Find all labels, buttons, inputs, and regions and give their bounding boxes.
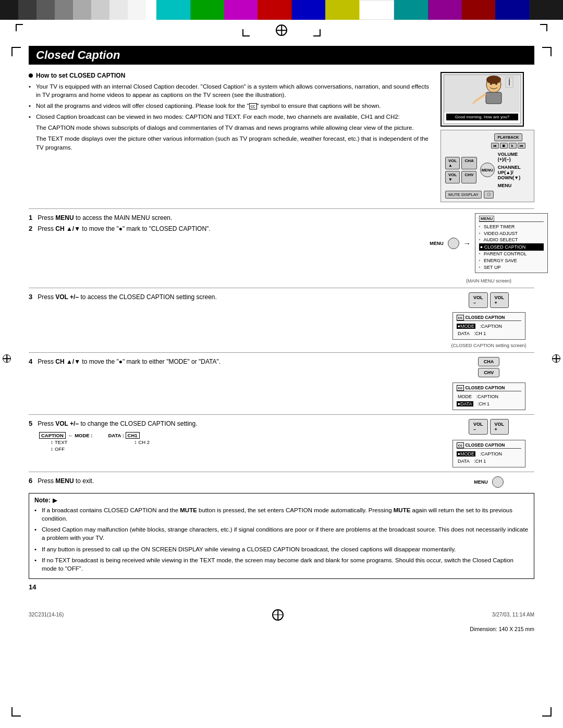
- mode-column: CAPTION ← MODE : ↕TEXT ↕OFF: [39, 433, 92, 452]
- step4-diagram: CHA CHV ccCLOSED CAPTION MODE :CAPTION ●…: [443, 357, 534, 410]
- intro-section: How to set CLOSED CAPTION Your TV is equ…: [29, 72, 534, 202]
- intro-bullet-3: Closed Caption broadcast can be viewed i…: [29, 113, 430, 121]
- step3-line: 3 Press VOL +/– to access the CLOSED CAP…: [29, 292, 434, 302]
- cc-setting-screen: ccCLOSED CAPTION ●MODE :CAPTION DATA :CH…: [452, 312, 525, 340]
- tv-illustration: Good morning. How are you? PLAYBACK ⏮ ⏹ …: [440, 72, 534, 202]
- divider-5: [29, 472, 534, 472]
- cc-data-row2: ●DATA :CH 1: [457, 400, 521, 408]
- color-block-magenta: [224, 0, 258, 20]
- color-block-2: [18, 0, 36, 20]
- step1-line: 1 Press MENU to access the MAIN MENU scr…: [29, 213, 434, 223]
- tv-screen-inner: Good morning. How are you?: [444, 75, 521, 124]
- note-section: Note: ▶ If a broadcast contains CLOSED C…: [29, 493, 534, 579]
- color-block-black2: [529, 0, 563, 20]
- cc-screen3-title: ccCLOSED CAPTION: [457, 442, 521, 449]
- divider-3: [29, 352, 534, 353]
- dimension-text: Dimension: 140 X 215 mm: [0, 626, 563, 637]
- main-menu-screen-label: (MAIN MENU screen): [466, 278, 511, 283]
- intro-para2: The TEXT mode displays over the picture …: [29, 134, 430, 151]
- note-item-2: Closed Caption may malfunction (white bl…: [34, 525, 529, 542]
- bottom-crosshair: [272, 609, 284, 621]
- step4-number: 4: [29, 357, 32, 365]
- cc-data-row3: DATA :CH 1: [457, 458, 521, 465]
- step-5: 5 Press VOL +/– to change the CLOSED CAP…: [29, 419, 534, 467]
- menu-item-cc-selected: ● CLOSED CAPTION: [479, 243, 544, 251]
- divider-2: [29, 288, 534, 288]
- step2-line: 2 Press CH ▲/▼ to move the "●" mark to "…: [29, 224, 434, 233]
- cc-screen3: ccCLOSED CAPTION ●MODE :CAPTION DATA :CH…: [452, 440, 525, 467]
- step3-text: 3 Press VOL +/– to access the CLOSED CAP…: [29, 292, 434, 303]
- data-label: DATA : CH1: [108, 433, 150, 438]
- step4-text: 4 Press CH ▲/▼ to move the "●" mark to e…: [29, 357, 434, 368]
- center-crosshair: [276, 24, 287, 36]
- color-block-cyan: [156, 0, 190, 20]
- step6-line: 6 Press MENU to exit.: [29, 476, 434, 486]
- tv-caption-text: Good morning. How are you?: [446, 114, 518, 120]
- note-item-1: If a broadcast contains CLOSED CAPTION a…: [34, 506, 529, 523]
- color-block-darkred: [461, 0, 495, 20]
- color-block-7: [109, 0, 128, 20]
- cc-data-row: DATA :CH 1: [457, 330, 521, 337]
- step5-mode-data-diagram: CAPTION ← MODE : ↕TEXT ↕OFF DATA : CH1 ↕…: [39, 433, 434, 452]
- step-3: 3 Press VOL +/– to access the CLOSED CAP…: [29, 292, 534, 348]
- corner-mark-bl: [11, 707, 21, 717]
- svg-rect-0: [444, 75, 520, 113]
- intro-bullet-2: Not all the programs and videos will off…: [29, 102, 430, 110]
- top-color-bar: [0, 0, 563, 20]
- cc-screen-title: ccCLOSED CAPTION: [457, 315, 521, 321]
- color-block-4: [55, 0, 73, 20]
- step-6: 6 Press MENU to exit. MENU: [29, 476, 534, 488]
- step2-number: 2: [29, 225, 32, 232]
- mode-label: CAPTION ← MODE :: [39, 433, 92, 438]
- dimension-label: Dimension: 140 X 215 mm: [470, 626, 534, 632]
- menu-item-audio: ▪ AUDIO SELECT: [479, 237, 544, 243]
- step6-diagram: MENU: [443, 476, 534, 488]
- corner-mark-tl: [11, 47, 21, 56]
- page-title-box: Closed Caption: [29, 46, 534, 65]
- menu-item-energy: ▪ ENERGY SAVE: [479, 257, 544, 264]
- doc-code: 32C231(14-16): [29, 612, 64, 618]
- main-content: Closed Caption How to set CLOSED CAPTION…: [0, 41, 563, 601]
- corner-mark-tr: [542, 47, 552, 56]
- page-number: 14: [29, 583, 534, 591]
- step3-number: 3: [29, 293, 32, 301]
- svg-point-6: [490, 83, 492, 85]
- data-ch2: CH 2: [138, 439, 150, 445]
- step3-diagram: VOL– VOL+ ccCLOSED CAPTION ●MODE :CAPTIO…: [443, 292, 534, 348]
- bullet-header: How to set CLOSED CAPTION: [29, 72, 430, 79]
- color-block-red: [258, 0, 291, 20]
- divider-4: [29, 414, 534, 415]
- step5-line: 5 Press VOL +/– to change the CLOSED CAP…: [29, 419, 434, 428]
- color-block-blue: [291, 0, 325, 20]
- intro-para1: The CAPTION mode shows subscripts of dia…: [29, 124, 430, 132]
- step6-text: 6 Press MENU to exit.: [29, 476, 434, 487]
- intro-bullets: Your TV is equipped with an internal Clo…: [29, 82, 430, 121]
- main-menu-title: MENU: [479, 216, 544, 222]
- step1-number: 1: [29, 214, 32, 221]
- color-block-1: [0, 0, 18, 20]
- color-block-purple: [428, 0, 462, 20]
- tv-screen-box: Good morning. How are you?: [440, 72, 524, 127]
- color-block-5: [73, 0, 91, 20]
- divider-1: [29, 208, 534, 209]
- registration-marks-row: [0, 20, 563, 41]
- color-block-teal: [394, 0, 428, 20]
- top-bar-separator: [146, 0, 156, 20]
- note-header: Note: ▶: [34, 497, 529, 504]
- svg-rect-3: [486, 92, 501, 104]
- color-block-8: [128, 0, 146, 20]
- menu-item-video: ▪ VIDEO ADJUST: [479, 230, 544, 237]
- color-block-white: [359, 0, 394, 20]
- svg-point-7: [495, 83, 497, 85]
- cc-data-screen-title: ccCLOSED CAPTION: [457, 385, 521, 391]
- color-block-yellow: [325, 0, 359, 20]
- tv-person-svg: [444, 75, 520, 113]
- mode-text: TEXT: [55, 439, 67, 445]
- menu-item-parent: ▪ PARENT CONTROL: [479, 251, 544, 257]
- right-crosshair: [552, 354, 560, 363]
- step5-number: 5: [29, 419, 32, 427]
- bullet-dot: [29, 73, 33, 78]
- note-label: Note:: [34, 497, 51, 504]
- step5-diagram: VOL– VOL+ ccCLOSED CAPTION ●MODE :CAPTIO…: [443, 419, 534, 467]
- note-item-4: If no TEXT broadcast is being received w…: [34, 556, 529, 573]
